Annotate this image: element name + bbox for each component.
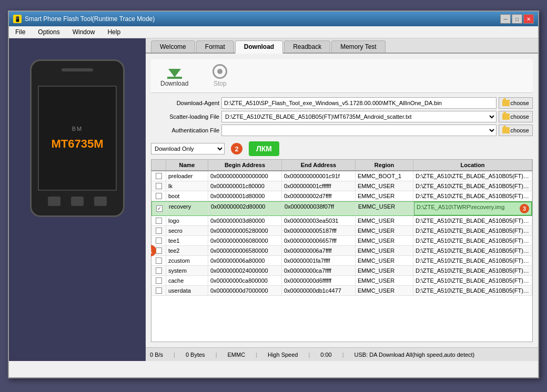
- phone-speaker: [62, 68, 93, 71]
- phone-buttons: [48, 197, 107, 206]
- row-begin: 0x000000001c80000: [208, 181, 282, 191]
- checkbox[interactable]: [156, 257, 162, 264]
- table-row[interactable]: zcustom 0x000000006a80000 0x00000001fa7f…: [151, 256, 532, 266]
- table-row[interactable]: system 0x0000000024000000 0x00000000ca7f…: [151, 266, 532, 276]
- folder-icon-2: [502, 114, 510, 120]
- table-row[interactable]: preloader 0x0000000000000000 0x000000000…: [151, 171, 532, 181]
- status-bytes: 0 Bytes: [186, 352, 205, 358]
- tab-readback[interactable]: Readback: [284, 40, 330, 53]
- checkbox[interactable]: [156, 218, 162, 224]
- row-checkbox[interactable]: [151, 236, 166, 245]
- agent-choose-button[interactable]: choose: [499, 97, 533, 109]
- checkbox[interactable]: [156, 228, 162, 234]
- row-checkbox[interactable]: [151, 226, 166, 235]
- auth-row: Authentication File choose: [151, 125, 533, 136]
- menu-bar: File Options Window Help: [9, 26, 538, 38]
- row-location: D:\ZTE_A510\ZTE_BLADE_A510B05(FT)\zcus..…: [413, 256, 532, 265]
- row-checkbox[interactable]: [151, 181, 166, 191]
- scatter-choose-button[interactable]: choose: [499, 111, 533, 122]
- row-begin: 0x000000003d80000: [208, 216, 282, 225]
- minimize-button[interactable]: ─: [500, 14, 511, 24]
- row-name: secro: [166, 226, 208, 235]
- checkbox[interactable]: [156, 205, 163, 212]
- col-begin: Begin Address: [208, 160, 282, 170]
- menu-file[interactable]: File: [13, 27, 27, 37]
- mode-select[interactable]: Download Only: [151, 143, 225, 154]
- menu-help[interactable]: Help: [105, 27, 123, 37]
- stop-button[interactable]: Stop: [208, 62, 231, 89]
- app-icon: 📱: [13, 15, 22, 23]
- row-checkbox[interactable]: [151, 256, 166, 265]
- table-row[interactable]: cache 0x00000000ca800000 0x00000000d6fff…: [151, 276, 532, 286]
- title-buttons: ─ □ ✕: [500, 14, 534, 24]
- tab-download[interactable]: Download: [235, 40, 283, 54]
- left-panel: BM MT6735M: [9, 38, 146, 361]
- close-button[interactable]: ✕: [523, 14, 534, 24]
- auth-select[interactable]: [221, 125, 497, 136]
- table-row[interactable]: tee1 0x0000000006080000 0x0000000006657f…: [151, 236, 532, 246]
- row-location: D:\ZTE_A510\ZTE_BLADE_A510B05(FT)\syste.…: [413, 266, 532, 275]
- row-location: D:\ZTE_A510\ZTE_BLADE_A510B05(FT)\secr..…: [413, 226, 532, 235]
- status-time: 0:00: [320, 352, 331, 358]
- row-end: 0x000000006a7ffff: [282, 246, 356, 255]
- scatter-select[interactable]: D:\ZTE_A510\ZTE_BLADE_A510B05(FT)\MT6735…: [221, 111, 497, 122]
- table-row[interactable]: secro 0x0000000005280000 0x0000000005187…: [151, 226, 532, 236]
- phone-btn-3: [94, 197, 107, 206]
- row-region: EMMC_USER: [356, 276, 413, 285]
- table-row[interactable]: tee2 0x0000000006580000 0x000000006a7fff…: [151, 246, 532, 256]
- table-row[interactable]: userdata 0x00000000d7000000 0x00000000db…: [151, 286, 532, 296]
- scatter-label: Scatter-loading File: [151, 114, 219, 120]
- auth-choose-button[interactable]: choose: [499, 125, 533, 136]
- col-checkbox: [151, 160, 166, 170]
- row-checkbox[interactable]: [151, 216, 166, 225]
- phone-screen: BM MT6735M: [38, 86, 117, 191]
- row-name: recovery: [167, 202, 209, 215]
- row-checkbox[interactable]: [152, 202, 167, 215]
- table-row[interactable]: logo 0x000000003d80000 0x000000003ea5031…: [151, 216, 532, 226]
- download-button[interactable]: Download: [156, 62, 193, 89]
- row-name: system: [166, 266, 208, 275]
- row-end: 0x00000001fa7ffff: [282, 256, 356, 265]
- table-body: preloader 0x0000000000000000 0x000000000…: [151, 171, 532, 341]
- col-end: End Address: [282, 160, 356, 170]
- row-name: tee1: [166, 236, 208, 245]
- table-header: Name Begin Address End Address Region Lo…: [151, 160, 532, 171]
- tab-memory-test[interactable]: Memory Test: [331, 40, 385, 53]
- checkbox[interactable]: [156, 277, 162, 284]
- checkbox[interactable]: [156, 193, 162, 199]
- row-checkbox[interactable]: [151, 171, 166, 181]
- checkbox[interactable]: [156, 267, 162, 274]
- maximize-button[interactable]: □: [512, 14, 522, 24]
- auth-choose-label: choose: [511, 127, 529, 133]
- stop-label: Stop: [214, 80, 227, 87]
- table-row[interactable]: lk 0x000000001c80000 0x000000001cffffff …: [151, 181, 532, 191]
- checkbox[interactable]: [156, 287, 162, 294]
- menu-options[interactable]: Options: [36, 27, 62, 37]
- download-bar: [167, 77, 182, 79]
- title-bar: 📱 Smart Phone Flash Tool(Runtime Trace M…: [9, 12, 538, 26]
- tab-welcome[interactable]: Welcome: [151, 40, 195, 53]
- row-checkbox[interactable]: [151, 266, 166, 275]
- tab-format[interactable]: Format: [196, 40, 234, 53]
- row-checkbox[interactable]: [151, 286, 166, 295]
- table-row[interactable]: boot 0x000000001d80000 0x000000002d7ffff…: [151, 191, 532, 201]
- row-begin: 0x000000006a80000: [208, 256, 282, 265]
- menu-window[interactable]: Window: [70, 27, 97, 37]
- row-checkbox[interactable]: [151, 191, 166, 201]
- row-begin: 0x000000001d80000: [208, 191, 282, 201]
- checkbox[interactable]: [156, 173, 162, 179]
- agent-input[interactable]: [221, 97, 497, 109]
- table-row[interactable]: recovery 0x000000002d80000 0x0000000038f…: [151, 201, 532, 216]
- row-region: EMMC_USER: [356, 216, 413, 225]
- row-checkbox[interactable]: [151, 276, 166, 285]
- status-message: USB: DA Download All(high speed,auto det…: [354, 352, 475, 358]
- checkbox[interactable]: [156, 238, 162, 244]
- row-location: D:\ZTE_A510\ZTE_BLADE_A510B05(FT)\prel..…: [413, 171, 532, 181]
- checkbox[interactable]: [156, 247, 162, 254]
- row-end: 0x000000003ea5031: [282, 216, 356, 225]
- time-value: 0:00: [320, 352, 331, 358]
- stop-icon: [212, 64, 227, 79]
- table-wrapper: 1 Name Begin Address End Address Region …: [151, 159, 533, 342]
- checkbox[interactable]: [156, 183, 162, 189]
- title-bar-left: 📱 Smart Phone Flash Tool(Runtime Trace M…: [13, 15, 155, 23]
